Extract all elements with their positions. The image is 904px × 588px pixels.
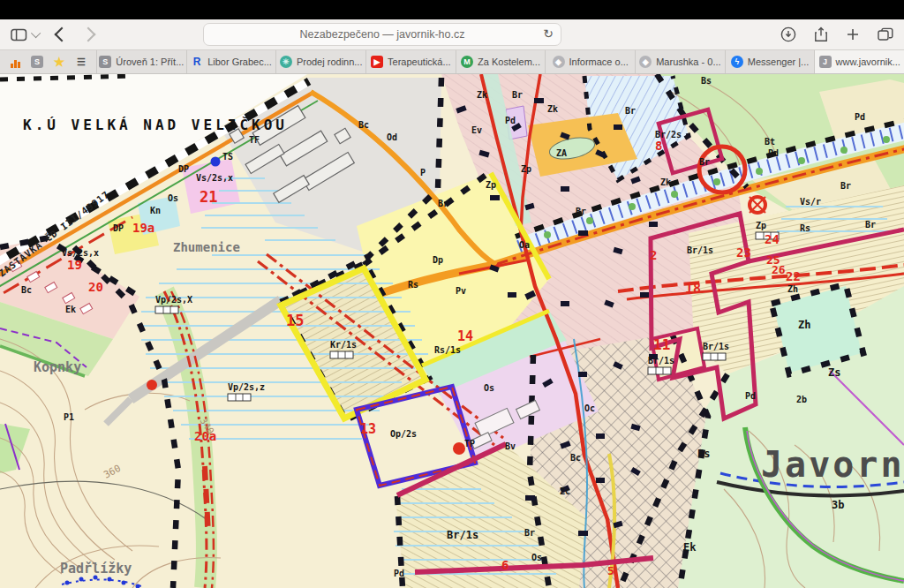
forward-button[interactable] <box>81 27 96 42</box>
map-label: Zk <box>660 177 671 187</box>
pinned-tabs: S★☰ <box>0 50 96 73</box>
favorites-star-icon[interactable]: ★ <box>53 56 65 68</box>
map-label: Pd <box>505 116 516 125</box>
map-label: Zc <box>560 486 570 496</box>
s-badge-icon: S <box>99 56 111 68</box>
map-label: Ev <box>471 125 482 135</box>
s-app-icon[interactable]: S <box>31 56 43 68</box>
tab-label: Úroveň 1: Přít... <box>116 57 184 67</box>
map-label: Pd <box>768 148 779 158</box>
map-label: Kopnky <box>34 359 81 375</box>
analytics-icon[interactable] <box>9 56 21 68</box>
map-viewport[interactable]: K.Ú VELKÁ NAD VELIČKOUZASTÁVKA ČD III/49… <box>0 74 904 588</box>
tab-messenger-[interactable]: ϟMessenger |... <box>725 50 815 73</box>
compass-icon: ◈ <box>553 56 565 68</box>
sidebar-icon[interactable] <box>11 28 27 41</box>
map-label: Br <box>512 90 523 100</box>
tab-label: Libor Grabec... <box>207 57 272 67</box>
map-label: Bs <box>701 76 712 86</box>
map-label: Padřlížky <box>60 561 132 577</box>
map-label: Vs/2s,x <box>196 173 233 183</box>
map-label: DP <box>178 164 189 174</box>
map-label: Pv <box>456 286 466 296</box>
download-icon[interactable] <box>780 26 796 42</box>
map-label: 8 <box>655 139 662 153</box>
share-icon[interactable] <box>814 26 828 42</box>
map-label: Vp/2s,X <box>155 295 192 305</box>
map-label: Zp <box>521 164 531 174</box>
tab-label: Informace o... <box>569 57 629 67</box>
tab-marushka-0-[interactable]: ◈Marushka - 0... <box>635 50 725 73</box>
map-label: Zp <box>756 221 766 230</box>
map-label: Os <box>484 383 494 393</box>
map-label: 13 <box>360 421 376 437</box>
tab-informace-o-[interactable]: ◈Informace o... <box>545 50 635 73</box>
map-label: Op/2s <box>390 429 417 439</box>
map-label: Ek <box>683 541 697 554</box>
map-label: Bc <box>358 120 369 130</box>
map-label: 14 <box>457 328 473 344</box>
map-label: Od <box>387 132 397 142</box>
map-label: Zk <box>477 90 487 100</box>
map-label: Pd <box>745 391 756 401</box>
map-label: DP <box>113 223 124 233</box>
map-label: 2b <box>796 395 807 404</box>
map-label: Vs/r <box>800 197 821 207</box>
map-marker-dot <box>211 157 221 167</box>
map-label: Bc <box>570 453 581 463</box>
map-label: Br <box>524 528 535 538</box>
tab-www-javornik-[interactable]: Jwww.javornik... <box>814 50 904 73</box>
map-label: 5 <box>607 564 614 577</box>
tab--rove-1-p-t-[interactable]: SÚroveň 1: Přít... <box>96 50 186 73</box>
browser-window: Nezabezpečeno — javornik-ho.cz ↻ S★☰ SÚr… <box>0 0 904 588</box>
site-logo-icon[interactable]: ☰ <box>75 56 87 68</box>
map-label: Os <box>531 553 542 562</box>
map-label: Br <box>438 199 448 208</box>
map-label: Kn <box>150 206 161 215</box>
map-label: Oc <box>584 403 595 413</box>
map-label: ZA <box>556 148 567 158</box>
messenger-icon: ϟ <box>731 56 743 68</box>
youtube-icon: ▶ <box>371 56 383 68</box>
map-label: Rs <box>408 280 418 290</box>
address-bar[interactable]: Nezabezpečeno — javornik-ho.cz ↻ <box>203 23 561 46</box>
tab-label: Prodej rodinn... <box>297 57 363 67</box>
map-label: 24 <box>765 232 780 246</box>
map-label: 15 <box>286 312 304 329</box>
map-label: K.Ú VELKÁ NAD VELIČKOU <box>23 117 288 133</box>
map-label: 6 <box>501 558 508 572</box>
compass-icon: ◈ <box>639 56 652 68</box>
map-label: TP <box>464 439 475 449</box>
chevron-down-icon[interactable] <box>31 28 41 38</box>
tab-bar: S★☰ SÚroveň 1: Přít...RLibor Grabec...✳P… <box>0 50 904 74</box>
tab-libor-grabec-[interactable]: RLibor Grabec... <box>186 50 276 73</box>
map-label: Br <box>576 207 586 216</box>
map-label: Vp/2s,z <box>228 382 265 392</box>
map-label: P <box>420 168 426 177</box>
new-tab-icon[interactable] <box>846 26 860 42</box>
map-label: Bt <box>765 137 775 147</box>
globe-teal-icon: ✳ <box>280 56 292 68</box>
map-label: Br <box>840 181 851 191</box>
map-label: 19 <box>67 258 82 272</box>
back-button[interactable] <box>55 27 70 42</box>
map-label: Javorni <box>761 444 904 485</box>
map-label: Bv <box>505 441 516 451</box>
map-label: 23 <box>736 245 751 260</box>
map-label: Bc <box>21 285 32 295</box>
map-label: Zh <box>787 284 798 294</box>
map-label: 22 <box>786 269 801 283</box>
realty-house-icon: R <box>191 56 203 68</box>
tab-terapeutick-[interactable]: ▶Terapeutická... <box>365 50 456 73</box>
reload-icon[interactable]: ↻ <box>543 26 554 41</box>
tab-za-kostelem-[interactable]: MZa Kostelem... <box>456 50 546 73</box>
zoning-map-canvas[interactable]: K.Ú VELKÁ NAD VELIČKOUZASTÁVKA ČD III/49… <box>0 74 904 588</box>
map-label: Br/1s <box>648 356 674 366</box>
map-label: Zhumenice <box>173 240 240 254</box>
map-label: Vs/2s,x <box>62 248 99 258</box>
tab-overview-icon[interactable] <box>878 26 893 42</box>
map-label: Ek <box>65 305 76 314</box>
tab-prodej-rodinn-[interactable]: ✳Prodej rodinn... <box>275 50 365 73</box>
browser-toolbar: Nezabezpečeno — javornik-ho.cz ↻ <box>0 19 904 50</box>
map-label: 3b <box>832 499 844 511</box>
